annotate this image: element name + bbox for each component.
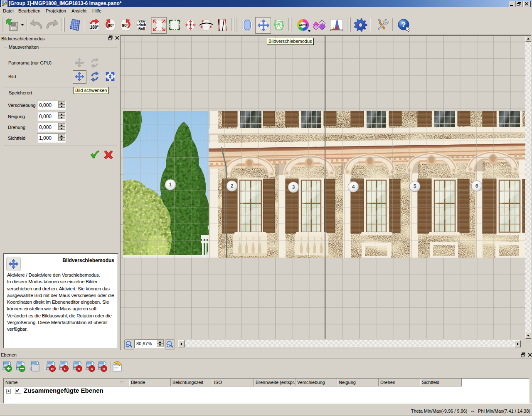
svg-text:6: 6 — [475, 183, 478, 189]
svg-text:S: S — [78, 367, 80, 371]
svg-text:?: ? — [401, 21, 406, 29]
svg-text:A: A — [91, 367, 94, 371]
svg-text:5: 5 — [414, 183, 416, 189]
svg-text:Roll: Roll — [138, 27, 145, 31]
svg-text:90°: 90° — [122, 23, 128, 28]
svg-text:AUTO: AUTO — [299, 24, 307, 27]
svg-text:B: B — [103, 367, 106, 371]
svg-text:1: 1 — [169, 182, 172, 188]
svg-text:3: 3 — [292, 184, 295, 190]
svg-text:2: 2 — [231, 183, 234, 189]
svg-text:90°: 90° — [108, 23, 114, 28]
svg-text:4: 4 — [352, 184, 355, 190]
svg-text:180°: 180° — [90, 25, 99, 30]
svg-text:F: F — [64, 367, 66, 371]
svg-text:R: R — [51, 367, 54, 371]
